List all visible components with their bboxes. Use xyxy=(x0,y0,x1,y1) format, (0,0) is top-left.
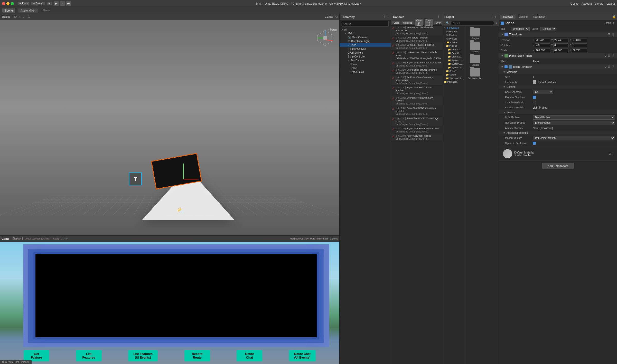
scene-content[interactable]: T ⛅ <Persp xyxy=(0,20,339,235)
project-menu[interactable]: ⋮ xyxy=(491,15,493,18)
list-features-button[interactable]: ListFeatures xyxy=(76,350,102,361)
hierarchy-panel[interactable]: Panel xyxy=(340,66,391,70)
collab-button[interactable]: Collab xyxy=(571,2,578,5)
scene-2d-toggle[interactable]: 2D xyxy=(13,15,17,18)
transform-section[interactable]: ▼ Transform ⚙ ⋮ xyxy=(499,32,617,37)
route-chat-button[interactable]: RouteChat xyxy=(237,350,262,361)
hierarchy-menu[interactable]: ⋮ xyxy=(383,15,386,18)
hierarchy-plane[interactable]: ▪ Plane xyxy=(340,43,391,47)
scale-y-input[interactable] xyxy=(553,49,569,52)
grpc2-tree-item[interactable]: 📁 Grpc.Co... xyxy=(442,51,465,55)
log-item-4[interactable]: ⚠ [13:10:32] ListFeatures Client.Lo lati… xyxy=(391,51,442,61)
mesh-value[interactable]: Plane xyxy=(533,60,615,63)
audio-mixer-tab[interactable]: Audio Mixer xyxy=(18,8,38,13)
position-z-input[interactable] xyxy=(572,38,587,42)
grpc1-tree-item[interactable]: 📁 Grpc.Co... xyxy=(442,48,465,51)
scenes-tree-item[interactable]: 📁 Scenes xyxy=(442,69,465,73)
hierarchy-script-controller[interactable]: ScriptController xyxy=(340,55,391,59)
all-models-tree-item[interactable]: All Models xyxy=(442,33,465,37)
clear-button[interactable]: Clear xyxy=(392,21,401,25)
lighting-tab[interactable]: Lighting xyxy=(516,15,530,19)
probes-section-header[interactable]: ▼ Probes xyxy=(499,110,617,115)
rect-button[interactable]: ⊞ xyxy=(46,2,52,5)
all-material-tree-item[interactable]: All Material xyxy=(442,30,465,33)
log-item-8[interactable]: ⚠ [13:10:40] async Task RecordRoute Fini… xyxy=(391,86,442,96)
hierarchy-all[interactable]: ▶ All xyxy=(340,28,391,32)
hierarchy-text-canvas[interactable]: ▼ TextCanvas xyxy=(340,59,391,62)
contribute-gi-checkbox[interactable] xyxy=(533,101,536,104)
scene-audio-toggle[interactable]: ♪ xyxy=(23,15,24,18)
mesh-renderer-gear[interactable]: ⚙ xyxy=(607,65,610,69)
maximize-on-play[interactable]: Maximize On Play xyxy=(290,237,308,240)
project-add-icon[interactable]: + xyxy=(443,22,445,25)
hierarchy-search[interactable] xyxy=(342,21,389,27)
object-enabled-checkbox[interactable] xyxy=(501,22,504,25)
record-route-button[interactable]: RecordRoute xyxy=(184,350,210,361)
mesh-filter-gear[interactable]: ⚙ xyxy=(607,54,610,58)
systemf-tree-item[interactable]: 📁 System.F... xyxy=(442,66,465,69)
mesh-renderer-section[interactable]: ▼ Mesh Renderer ? ⚙ ⋮ xyxy=(499,64,617,70)
step-button[interactable]: ⏭ xyxy=(66,1,71,6)
t-object[interactable]: T xyxy=(129,173,142,185)
scale-z-input[interactable] xyxy=(572,49,587,52)
system2-tree-item[interactable]: 📁 System.L... xyxy=(442,62,465,66)
plugins-tree-item[interactable]: 📁 Plugins xyxy=(442,44,465,48)
hierarchy-panel-scroll[interactable]: PanelScroll xyxy=(340,70,391,74)
game-tab[interactable]: Game xyxy=(2,237,10,240)
object-name[interactable]: Plane xyxy=(506,21,603,25)
mesh-filter-overflow[interactable]: ⋮ xyxy=(611,54,615,58)
hierarchy-directional-light[interactable]: ☀ Directional Light xyxy=(340,39,391,43)
material-overflow[interactable]: ⋮ xyxy=(611,152,615,156)
scene-tab[interactable]: Scene xyxy=(2,8,16,13)
game-content[interactable]: GetFeature ListFeatures List Features(UI… xyxy=(0,242,339,364)
global-button[interactable]: ⊕ Global xyxy=(31,2,45,5)
favorites-tree-item[interactable]: ▼ ★ Favorites xyxy=(442,26,465,30)
pause-button[interactable]: ⏸ xyxy=(60,1,65,6)
mesh-filter-question[interactable]: ? xyxy=(605,54,606,57)
log-item-11[interactable]: ⚠ [13:10:44] RouteChat RECEIVE messages … xyxy=(391,117,442,127)
layer-dropdown[interactable]: Default xyxy=(540,27,556,31)
gizmos-button[interactable]: Gizmos xyxy=(325,15,333,18)
display-label[interactable]: Display 1 xyxy=(13,237,23,240)
log-item-9[interactable]: ⚠ [13:10:41] GetPointsRouteSummary Finis… xyxy=(391,96,442,106)
maximize-button[interactable] xyxy=(11,2,14,5)
project-filter-icon[interactable]: ▼ xyxy=(495,22,498,24)
tag-dropdown[interactable]: Untagged xyxy=(511,27,530,31)
log-item-5[interactable]: ⚠ [13:10:34] async Task ListFeatures Fin… xyxy=(391,61,442,68)
position-y-input[interactable] xyxy=(553,38,569,42)
rotation-x-input[interactable] xyxy=(535,43,550,47)
reflection-probes-dropdown[interactable]: Blend Probes xyxy=(533,121,615,125)
assets-tree-item[interactable]: ▼ 📁 Assets xyxy=(442,41,465,44)
packages-tree-item[interactable]: 📁 Packages xyxy=(442,80,465,84)
hierarchy-event-system[interactable]: EventSystem xyxy=(340,51,391,55)
mesh-renderer-question[interactable]: ? xyxy=(605,65,606,68)
log-item-6[interactable]: ⚠ [13:10:34] GetMultipleFeatures Finishe… xyxy=(391,68,442,75)
hierarchy-main[interactable]: ▼ Main* xyxy=(340,32,391,35)
shader-value[interactable]: Standard xyxy=(523,154,532,157)
light-probes-dropdown[interactable]: Blend Probes xyxy=(533,115,615,120)
material-name[interactable]: Default-Material xyxy=(514,151,609,154)
scenes-item[interactable]: Scenes xyxy=(468,42,483,53)
log-item-12[interactable]: ⚠ [13:10:44] async Task RouteChat Finish… xyxy=(391,127,442,134)
dynamic-occlusion-checkbox[interactable] xyxy=(533,142,536,145)
hierarchy-add[interactable]: + xyxy=(387,15,389,18)
motion-vectors-dropdown[interactable]: Per Object Motion xyxy=(533,136,615,140)
static-checkbox[interactable]: ▼ xyxy=(612,22,615,24)
layout-button[interactable]: Layout xyxy=(606,2,615,5)
play-button[interactable]: ▶ xyxy=(54,1,59,6)
close-button[interactable] xyxy=(2,2,5,5)
system1-tree-item[interactable]: 📁 System.L... xyxy=(442,59,465,62)
mesh-renderer-overflow[interactable]: ⋮ xyxy=(611,65,615,69)
anchor-override-value[interactable]: None (Transform) xyxy=(533,127,615,130)
log-item-3[interactable]: ⚠ [13:10:29] GetSingleFeature Finished U… xyxy=(391,43,442,50)
grpc3-tree-item[interactable]: 📁 Grpc.Co... xyxy=(442,55,465,59)
gizmo-cube[interactable] xyxy=(316,29,334,47)
textmesh-tree-item[interactable]: 📁 TextMesh P... xyxy=(442,76,465,80)
get-feature-button[interactable]: GetFeature xyxy=(24,350,49,361)
rotation-y-input[interactable] xyxy=(553,43,569,47)
inspector-lock-icon[interactable]: 🔒 xyxy=(612,15,616,18)
material-gear[interactable]: ⚙ xyxy=(609,152,611,156)
scripts-tree-item[interactable]: 📁 Scripts xyxy=(442,73,465,76)
receive-shadows-checkbox[interactable] xyxy=(533,96,536,99)
shading-dropdown[interactable]: Shaded xyxy=(42,9,51,12)
